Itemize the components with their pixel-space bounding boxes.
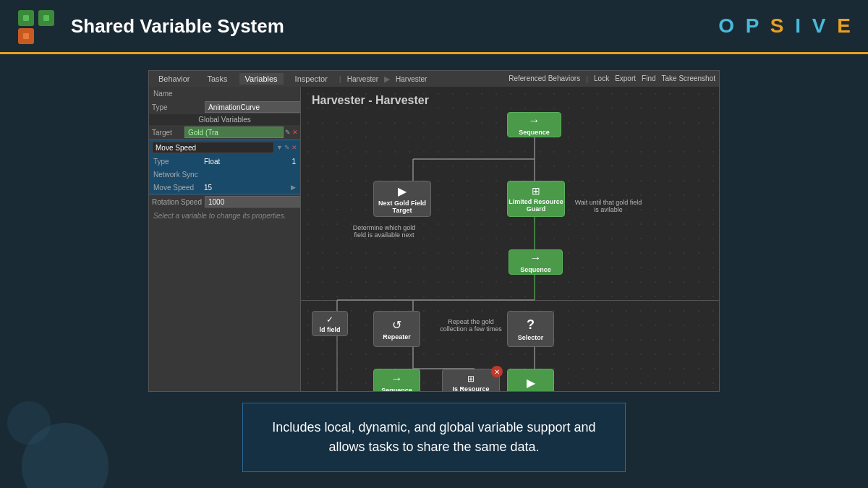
- breadcrumb-1[interactable]: Harvester: [347, 75, 378, 83]
- opsive-letter-v: V: [812, 14, 829, 37]
- rotation-speed-input[interactable]: [205, 196, 301, 207]
- rotation-speed-row: Rotation Speed ⟳✕: [149, 194, 300, 209]
- svg-rect-3: [43, 15, 49, 21]
- node-ld-field[interactable]: ✓ ld field: [312, 311, 348, 336]
- move-speed-label: Move Speed: [153, 184, 204, 192]
- var-type-value: Float: [204, 158, 250, 166]
- var-delete-icon[interactable]: ✕: [292, 144, 297, 151]
- sequence-top-label: Sequence: [519, 129, 550, 136]
- ld-field-icon: ✓: [326, 314, 333, 325]
- selector-label: Selector: [518, 334, 544, 341]
- opsive-letter-i: I: [795, 14, 804, 37]
- type-label: Type: [152, 103, 203, 111]
- svg-rect-5: [23, 33, 29, 39]
- name-row: Name: [149, 87, 300, 100]
- find-btn[interactable]: Find: [642, 74, 655, 83]
- main-content: Behavior Tasks Variables Inspector | Har…: [0, 54, 868, 488]
- graph-canvas[interactable]: Harvester - Harvester → Sequence ▶ Next …: [301, 87, 719, 391]
- is-resource-x-icon: ✕: [491, 366, 503, 377]
- name-label: Name: [153, 90, 204, 98]
- sequence-bot-label: Sequence: [381, 387, 412, 391]
- move-speed-arrow[interactable]: ▶: [291, 184, 296, 191]
- selector-icon: ?: [527, 317, 535, 333]
- var-expand-icon[interactable]: ▼: [276, 144, 283, 151]
- target-label: Target: [152, 129, 184, 137]
- tab-inspector[interactable]: Inspector: [289, 73, 333, 85]
- bg-circle-2: [7, 401, 51, 445]
- limited-res-label: Limited Resource Guard: [508, 198, 564, 213]
- network-sync-label: Network Sync: [153, 171, 204, 179]
- type-row: Type Add: [149, 100, 300, 114]
- is-resource-label: Is Resource Available: [443, 385, 499, 391]
- sequence-top-icon: →: [529, 114, 540, 127]
- repeater-label: Repeater: [383, 333, 411, 341]
- move-speed-value: 15: [204, 184, 291, 192]
- graph-divider: [301, 300, 719, 301]
- seek-icon: ▶: [527, 376, 535, 390]
- next-gold-label: Next Gold Field Target: [374, 200, 430, 214]
- node-is-resource[interactable]: ⊞ Is Resource Available ✕: [442, 369, 500, 391]
- svg-rect-1: [23, 15, 29, 21]
- node-sequence-mid[interactable]: → Sequence: [509, 249, 563, 275]
- node-sequence-top[interactable]: → Sequence: [507, 112, 561, 137]
- node-next-gold[interactable]: ▶ Next Gold Field Target: [373, 181, 431, 217]
- graph-title: Harvester - Harvester: [312, 94, 429, 107]
- repeater-desc: Repeat the gold collection a few times: [435, 318, 507, 333]
- rotation-speed-label: Rotation Speed: [152, 198, 203, 206]
- var-row-move-speed: ▼ ✎ ✕ Type Float 1 Network Sync M: [149, 140, 300, 194]
- opsive-letter-p: P: [746, 14, 762, 37]
- limited-res-desc: Wait until that gold field is avilable: [572, 199, 644, 213]
- screenshot-btn[interactable]: Take Screenshot: [662, 74, 716, 83]
- type-input[interactable]: [205, 101, 301, 113]
- caption-text: Includes local, dynamic, and global vari…: [272, 420, 595, 454]
- tab-tasks[interactable]: Tasks: [201, 73, 233, 85]
- target-clear-icon[interactable]: ✕: [292, 129, 298, 136]
- breadcrumb-2[interactable]: Harvester: [396, 75, 427, 83]
- next-gold-desc: Determine which gold field is available …: [348, 224, 420, 239]
- app-logo: [14, 7, 58, 46]
- limited-res-icon: ⊞: [532, 185, 540, 197]
- opsive-letter-o: O: [718, 14, 737, 37]
- hint-text: Select a variable to change its properti…: [149, 209, 300, 223]
- node-repeater[interactable]: ↺ Repeater: [373, 311, 420, 347]
- repeater-icon: ↺: [392, 318, 401, 332]
- editor-window: Behavior Tasks Variables Inspector | Har…: [148, 70, 720, 392]
- sequence-bot-icon: →: [391, 372, 403, 385]
- caption-box: Includes local, dynamic, and global vari…: [242, 403, 626, 472]
- opsive-letter-e: E: [837, 14, 854, 37]
- editor-body: Name Type Add Global Variables Target ✎ …: [149, 87, 719, 391]
- sequence-mid-icon: →: [530, 252, 542, 265]
- var-edit-icon[interactable]: ✎: [284, 144, 290, 151]
- left-panel: Name Type Add Global Variables Target ✎ …: [149, 87, 301, 391]
- next-gold-icon: ▶: [398, 184, 407, 198]
- export-btn[interactable]: Export: [615, 74, 636, 83]
- opsive-logo: O P S I V E: [718, 14, 854, 38]
- seek-label: Seek: [523, 391, 538, 392]
- lock-btn[interactable]: Lock: [594, 74, 609, 83]
- var-name-input[interactable]: [152, 142, 274, 153]
- target-row: Target ✎ ✕: [149, 125, 300, 140]
- editor-toolbar: Behavior Tasks Variables Inspector | Har…: [149, 71, 719, 87]
- node-seek[interactable]: ▶ Seek: [507, 369, 554, 391]
- toolbar-right: Referenced Behaviors | Lock Export Find …: [509, 74, 715, 83]
- opsive-letter-s: S: [770, 14, 787, 37]
- var-float-value: 1: [250, 158, 297, 166]
- app-title: Shared Variable System: [71, 15, 718, 38]
- target-edit-icon[interactable]: ✎: [285, 129, 291, 136]
- node-selector[interactable]: ? Selector: [507, 311, 554, 347]
- is-resource-icon: ⊞: [467, 374, 475, 384]
- target-input[interactable]: [184, 127, 284, 138]
- global-variables-header: Global Variables: [149, 114, 300, 125]
- sequence-mid-label: Sequence: [520, 266, 551, 273]
- tab-variables[interactable]: Variables: [239, 73, 284, 85]
- var-type-label: Type: [153, 158, 204, 166]
- ld-field-label: ld field: [320, 326, 341, 333]
- ref-behaviors-btn[interactable]: Referenced Behaviors: [509, 74, 580, 83]
- node-limited-resource[interactable]: ⊞ Limited Resource Guard: [507, 181, 565, 217]
- tab-behavior[interactable]: Behavior: [153, 73, 195, 85]
- node-sequence-bot[interactable]: → Sequence: [373, 369, 420, 391]
- header: Shared Variable System O P S I V E: [0, 0, 868, 54]
